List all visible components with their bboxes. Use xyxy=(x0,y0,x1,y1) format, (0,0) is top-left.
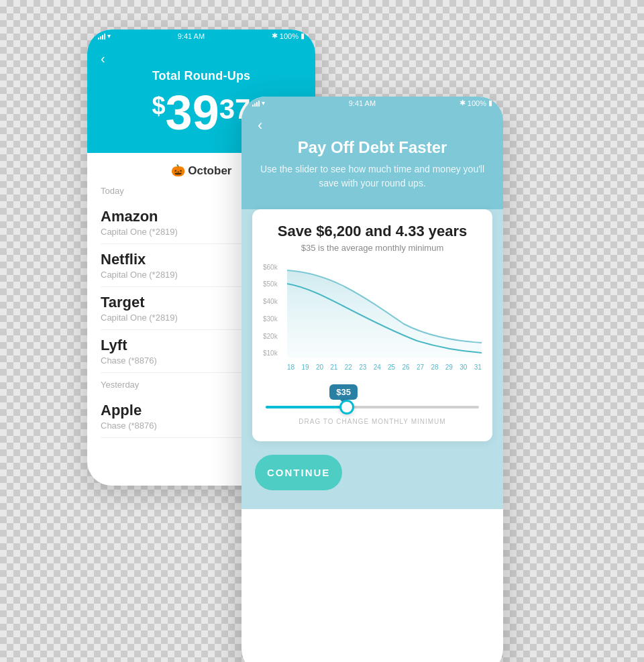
x-label: 26 xyxy=(402,364,410,371)
debt-title: Pay Off Debt Faster xyxy=(258,138,487,157)
slider-value-bubble: $35 xyxy=(329,384,358,400)
x-label: 21 xyxy=(330,364,337,371)
slider-hint: DRAG TO CHANGE MONTHLY MINIMUM xyxy=(266,418,479,425)
x-label: 29 xyxy=(445,364,453,371)
save-subtitle: $35 is the average monthly minimum xyxy=(263,243,482,253)
dollar-sign: $ xyxy=(152,94,166,118)
back-button-front[interactable]: ‹ xyxy=(258,117,487,134)
battery-group-front: ✱ 100% ▮ xyxy=(460,99,492,107)
x-label: 27 xyxy=(417,364,424,371)
x-label: 30 xyxy=(460,364,467,371)
y-label: $40k xyxy=(263,298,278,305)
y-label: $30k xyxy=(263,315,278,323)
x-label: 18 xyxy=(287,364,294,371)
signal-group-front: ▾ xyxy=(252,99,265,107)
phone-front: ▾ 9:41 AM ✱ 100% ▮ ‹ Pay Off Debt Faster… xyxy=(241,97,503,663)
slider-thumb[interactable] xyxy=(339,400,354,415)
chart-svg xyxy=(287,264,482,357)
scene: ▾ 9:41 AM ✱ 100% ▮ ‹ Total Round-Ups $ 3… xyxy=(87,30,557,633)
battery-icon: ▮ xyxy=(301,32,305,40)
wifi-icon-front: ▾ xyxy=(262,99,265,107)
x-label: 19 xyxy=(301,364,309,371)
y-label: $10k xyxy=(263,349,278,357)
status-bar-back: ▾ 9:41 AM ✱ 100% ▮ xyxy=(87,30,315,43)
status-time-front: 9:41 AM xyxy=(349,99,376,107)
amount-main: 39 xyxy=(166,89,219,137)
battery-icon-front: ▮ xyxy=(488,99,492,107)
battery-group-back: ✱ 100% ▮ xyxy=(272,32,305,40)
slider-fill xyxy=(266,406,347,408)
x-label: 25 xyxy=(388,364,395,371)
bluetooth-icon-front: ✱ xyxy=(460,99,466,107)
bluetooth-icon: ✱ xyxy=(272,32,278,40)
slider-track[interactable] xyxy=(266,406,479,408)
signal-icon xyxy=(98,33,105,40)
monthly-slider-section: $35 DRAG TO CHANGE MONTHLY MINIMUM xyxy=(263,384,482,425)
status-bar-front: ▾ 9:41 AM ✱ 100% ▮ xyxy=(241,97,503,110)
battery-text-front: 100% xyxy=(468,99,486,107)
back-button-back[interactable]: ‹ xyxy=(101,51,302,66)
chart-svg-container xyxy=(287,264,482,357)
x-label: 24 xyxy=(374,364,381,371)
x-label: 31 xyxy=(474,364,482,371)
battery-text-back: 100% xyxy=(280,32,299,40)
continue-button[interactable]: CONTINUE xyxy=(255,455,342,490)
debt-chart: $60k $50k $40k $30k $20k $10k xyxy=(263,264,482,371)
x-label: 23 xyxy=(359,364,366,371)
round-ups-title: Total Round-Ups xyxy=(101,69,302,83)
signal-group: ▾ xyxy=(98,32,111,40)
debt-card: Save $6,200 and 4.33 years $35 is the av… xyxy=(252,209,492,441)
signal-icon-front xyxy=(252,100,260,107)
chart-x-labels: 18 19 20 21 22 23 24 25 26 27 28 29 30 3… xyxy=(287,364,482,371)
x-label: 22 xyxy=(345,364,352,371)
debt-bg-area: ‹ Pay Off Debt Faster Use the slider to … xyxy=(241,110,503,509)
y-label: $20k xyxy=(263,333,278,340)
wifi-icon: ▾ xyxy=(107,32,111,40)
y-label: $50k xyxy=(263,280,278,288)
status-time-back: 9:41 AM xyxy=(178,32,205,40)
y-label: $60k xyxy=(263,264,278,271)
x-label: 20 xyxy=(316,364,323,371)
x-label: 28 xyxy=(431,364,438,371)
debt-header: ‹ Pay Off Debt Faster Use the slider to … xyxy=(241,110,503,209)
save-amount-title: Save $6,200 and 4.33 years xyxy=(263,223,482,240)
debt-subtitle: Use the slider to see how much time and … xyxy=(258,162,487,190)
chart-y-labels: $60k $50k $40k $30k $20k $10k xyxy=(263,264,280,357)
